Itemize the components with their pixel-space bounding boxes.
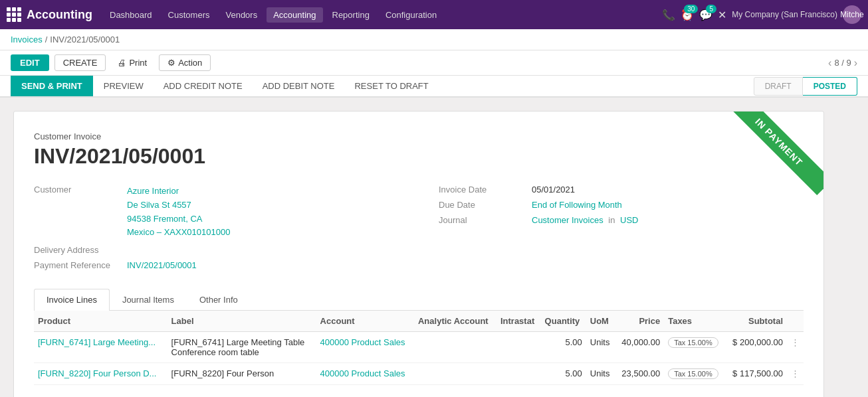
invoice-date-value[interactable]: 05/01/2021	[532, 185, 575, 195]
chat-icon[interactable]: 💬 5	[699, 9, 712, 21]
cell-uom-1: Units	[586, 363, 615, 385]
invoice-lines-table: Product Label Account Analytic Account I…	[34, 311, 804, 385]
delivery-address-label: Delivery Address	[34, 245, 127, 255]
col-actions	[787, 311, 804, 332]
app-logo[interactable]: Accounting	[7, 7, 92, 22]
cell-account-0[interactable]: 400000 Product Sales	[316, 332, 414, 363]
invoice-type-label: Customer Invoice	[34, 131, 804, 141]
avatar[interactable]: Mitche	[843, 5, 861, 24]
due-date-value[interactable]: End of Following Month	[532, 200, 622, 210]
invoice-date-field: Invoice Date 05/01/2021	[439, 185, 804, 195]
main-content: IN PAYMENT Customer Invoice INV/2021/05/…	[0, 98, 837, 397]
customer-label: Customer	[34, 185, 127, 195]
main-menu: Dashboard Customers Vendors Accounting R…	[103, 7, 658, 23]
menu-vendors[interactable]: Vendors	[219, 7, 264, 23]
cell-label-1: [FURN_8220] Four Person	[167, 363, 316, 385]
col-price: Price	[615, 311, 665, 332]
journal-field: Journal Customer Invoices in USD	[439, 215, 804, 225]
cell-product-1[interactable]: [FURN_8220] Four Person D...	[34, 363, 167, 385]
chat-badge: 5	[706, 5, 716, 13]
cell-intrastat-0	[496, 332, 541, 363]
status-bar: SEND & PRINT PREVIEW ADD CREDIT NOTE ADD…	[0, 76, 868, 98]
preview-button[interactable]: PREVIEW	[94, 76, 153, 96]
journal-in: in	[608, 215, 615, 225]
journal-label: Journal	[439, 215, 532, 225]
prev-page-button[interactable]: ‹	[828, 57, 831, 69]
top-navigation: Accounting Dashboard Customers Vendors A…	[0, 0, 868, 29]
customer-field: Customer Azure Interior De Silva St 4557…	[34, 185, 399, 240]
col-uom: UoM	[586, 311, 615, 332]
pager: ‹ 8 / 9 ›	[828, 57, 857, 69]
print-icon: 🖨	[118, 58, 126, 68]
cell-row-actions-0[interactable]: ⋮	[787, 332, 804, 363]
journal-name[interactable]: Customer Invoices	[532, 215, 603, 225]
delivery-address-field: Delivery Address	[34, 245, 399, 255]
cell-tax-0: Tax 15.00%	[664, 332, 725, 363]
cell-analytic-1	[414, 363, 496, 385]
customer-addr2: 94538 Fremont, CA	[127, 212, 230, 226]
next-page-button[interactable]: ›	[854, 57, 857, 69]
create-button[interactable]: CREATE	[54, 54, 106, 71]
add-debit-note-button[interactable]: ADD DEBIT NOTE	[253, 76, 344, 96]
status-states: DRAFT POSTED	[754, 77, 857, 96]
col-account: Account	[316, 311, 414, 332]
customer-address: Azure Interior De Silva St 4557 94538 Fr…	[127, 185, 230, 240]
reset-to-draft-button[interactable]: RESET TO DRAFT	[345, 76, 437, 96]
menu-customers[interactable]: Customers	[162, 7, 217, 23]
menu-reporting[interactable]: Reporting	[326, 7, 376, 23]
journal-currency[interactable]: USD	[620, 215, 638, 225]
table-header-row: Product Label Account Analytic Account I…	[34, 311, 804, 332]
clock-icon[interactable]: ⏰ 30	[681, 9, 694, 21]
cell-product-0[interactable]: [FURN_6741] Large Meeting...	[34, 332, 167, 363]
state-posted[interactable]: POSTED	[803, 77, 857, 96]
invoice-card: IN PAYMENT Customer Invoice INV/2021/05/…	[13, 111, 824, 397]
phone-icon[interactable]: 📞	[662, 9, 675, 21]
cell-price-0: 40,000.00	[615, 332, 665, 363]
menu-accounting[interactable]: Accounting	[267, 7, 322, 23]
add-credit-note-button[interactable]: ADD CREDIT NOTE	[154, 76, 252, 96]
col-taxes: Taxes	[664, 311, 725, 332]
payment-ref-value[interactable]: INV/2021/05/0001	[127, 260, 197, 270]
clock-badge: 30	[684, 5, 698, 13]
cell-label-0: [FURN_6741] Large Meeting TableConferenc…	[167, 332, 316, 363]
col-subtotal: Subtotal	[725, 311, 787, 332]
send-print-button[interactable]: SEND & PRINT	[11, 76, 93, 96]
gear-icon: ⚙	[167, 58, 175, 68]
cell-subtotal-0: $ 200,000.00	[725, 332, 787, 363]
tab-other-info[interactable]: Other Info	[187, 289, 251, 310]
cell-analytic-0	[414, 332, 496, 363]
cell-uom-0: Units	[586, 332, 615, 363]
tab-journal-items[interactable]: Journal Items	[110, 289, 187, 310]
invoice-tabs: Invoice Lines Journal Items Other Info	[34, 289, 804, 311]
col-label: Label	[167, 311, 316, 332]
breadcrumb-separator: /	[45, 35, 48, 44]
invoice-number: INV/2021/05/0001	[34, 144, 804, 169]
state-draft[interactable]: DRAFT	[754, 77, 803, 96]
edit-button[interactable]: EDIT	[11, 54, 49, 71]
cell-tax-1: Tax 15.00%	[664, 363, 725, 385]
action-button[interactable]: ⚙ Action	[159, 54, 211, 71]
customer-addr1: De Silva St 4557	[127, 198, 230, 212]
breadcrumb-parent[interactable]: Invoices	[11, 35, 43, 44]
print-button[interactable]: 🖨 Print	[111, 55, 154, 70]
close-icon[interactable]: ✕	[718, 9, 726, 21]
print-label: Print	[129, 58, 147, 68]
breadcrumb: Invoices / INV/2021/05/0001	[0, 29, 868, 50]
invoice-details: Customer Azure Interior De Silva St 4557…	[34, 185, 804, 276]
company-name: My Company (San Francisco)	[732, 10, 837, 19]
cell-row-actions-1[interactable]: ⋮	[787, 363, 804, 385]
tab-invoice-lines[interactable]: Invoice Lines	[34, 289, 110, 311]
pager-text: 8 / 9	[834, 58, 851, 68]
menu-dashboard[interactable]: Dashboard	[103, 7, 159, 23]
payment-ref-label: Payment Reference	[34, 260, 127, 270]
menu-configuration[interactable]: Configuration	[379, 7, 443, 23]
table-row: [FURN_6741] Large Meeting... [FURN_6741]…	[34, 332, 804, 363]
journal-value: Customer Invoices in USD	[532, 215, 638, 225]
due-date-label: Due Date	[439, 200, 532, 210]
cell-account-1[interactable]: 400000 Product Sales	[316, 363, 414, 385]
col-quantity: Quantity	[541, 311, 586, 332]
customer-name[interactable]: Azure Interior	[127, 185, 230, 198]
cell-quantity-0: 5.00	[541, 332, 586, 363]
grid-icon	[7, 7, 21, 22]
col-product: Product	[34, 311, 167, 332]
